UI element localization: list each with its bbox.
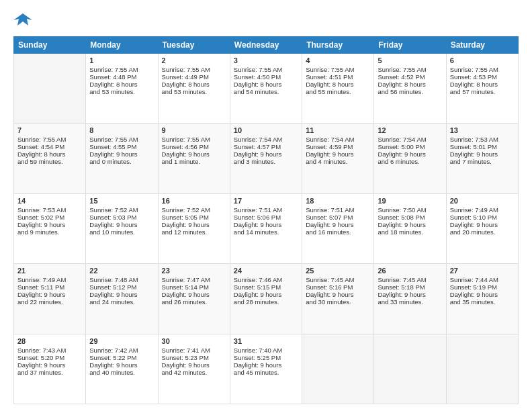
day-info: Sunrise: 7:53 AM <box>450 136 515 143</box>
day-info: Sunset: 5:20 PM <box>17 354 82 361</box>
day-info: Daylight: 8 hours <box>89 81 154 88</box>
day-info: Sunrise: 7:55 AM <box>17 136 82 143</box>
day-info: Daylight: 9 hours <box>234 361 298 369</box>
day-info: Sunset: 5:05 PM <box>162 214 226 221</box>
day-info: Sunrise: 7:55 AM <box>306 66 370 73</box>
day-number: 15 <box>89 197 154 205</box>
day-info: Sunset: 5:07 PM <box>306 214 370 221</box>
day-info: Daylight: 9 hours <box>17 361 82 369</box>
day-info: Daylight: 8 hours <box>162 81 226 88</box>
day-info: and 7 minutes. <box>450 158 515 165</box>
day-info: Sunset: 4:55 PM <box>89 143 154 150</box>
day-info: and 3 minutes. <box>234 158 298 165</box>
day-info: Daylight: 9 hours <box>162 291 226 298</box>
day-info: Sunrise: 7:51 AM <box>306 206 370 214</box>
calendar-cell: 26Sunrise: 7:45 AMSunset: 5:18 PMDayligh… <box>374 264 446 334</box>
calendar-table: SundayMondayTuesdayWednesdayThursdayFrid… <box>13 36 519 404</box>
logo <box>13 11 35 30</box>
calendar-cell: 28Sunrise: 7:43 AMSunset: 5:20 PMDayligh… <box>14 334 86 404</box>
calendar-cell: 17Sunrise: 7:51 AMSunset: 5:06 PMDayligh… <box>230 193 302 263</box>
svg-marker-0 <box>13 13 32 26</box>
calendar-cell: 21Sunrise: 7:49 AMSunset: 5:11 PMDayligh… <box>14 264 86 334</box>
day-info: Daylight: 9 hours <box>306 150 370 158</box>
calendar-cell: 19Sunrise: 7:50 AMSunset: 5:08 PMDayligh… <box>374 193 446 263</box>
day-number: 25 <box>306 267 370 275</box>
calendar-cell: 30Sunrise: 7:41 AMSunset: 5:23 PMDayligh… <box>158 334 230 404</box>
column-header-thursday: Thursday <box>302 37 374 54</box>
day-info: Daylight: 9 hours <box>162 361 226 369</box>
day-info: and 33 minutes. <box>378 298 442 306</box>
day-info: and 40 minutes. <box>89 369 154 376</box>
day-info: Sunset: 5:08 PM <box>378 214 442 221</box>
day-info: Sunrise: 7:44 AM <box>450 276 515 283</box>
day-number: 22 <box>89 267 154 275</box>
calendar-cell: 20Sunrise: 7:49 AMSunset: 5:10 PMDayligh… <box>446 193 518 263</box>
week-row: 14Sunrise: 7:53 AMSunset: 5:02 PMDayligh… <box>14 193 519 263</box>
day-info: Sunset: 5:11 PM <box>17 283 82 291</box>
day-info: Sunrise: 7:45 AM <box>378 276 442 283</box>
calendar-cell: 23Sunrise: 7:47 AMSunset: 5:14 PMDayligh… <box>158 264 230 334</box>
day-info: Sunset: 5:10 PM <box>450 214 515 221</box>
calendar-cell: 24Sunrise: 7:46 AMSunset: 5:15 PMDayligh… <box>230 264 302 334</box>
calendar-cell: 31Sunrise: 7:40 AMSunset: 5:25 PMDayligh… <box>230 334 302 404</box>
day-info: Sunrise: 7:54 AM <box>234 136 298 143</box>
day-info: Sunrise: 7:47 AM <box>162 276 226 283</box>
day-info: Sunset: 5:22 PM <box>89 354 154 361</box>
day-info: Sunset: 5:12 PM <box>89 283 154 291</box>
day-info: Sunset: 5:25 PM <box>234 354 298 361</box>
day-info: Sunset: 5:19 PM <box>450 283 515 291</box>
day-info: and 53 minutes. <box>162 88 226 95</box>
day-info: and 18 minutes. <box>378 228 442 236</box>
day-info: Daylight: 9 hours <box>89 221 154 228</box>
day-info: Sunset: 4:54 PM <box>17 143 82 150</box>
day-number: 7 <box>17 126 82 134</box>
day-info: Sunrise: 7:54 AM <box>306 136 370 143</box>
calendar-cell: 4Sunrise: 7:55 AMSunset: 4:51 PMDaylight… <box>302 54 374 124</box>
day-info: Daylight: 9 hours <box>162 221 226 228</box>
day-info: Daylight: 9 hours <box>17 291 82 298</box>
day-info: and 56 minutes. <box>378 88 442 95</box>
day-info: and 16 minutes. <box>306 228 370 236</box>
logo-icon <box>13 11 32 30</box>
day-info: and 12 minutes. <box>162 228 226 236</box>
day-info: Sunrise: 7:49 AM <box>450 206 515 214</box>
day-info: Sunrise: 7:46 AM <box>234 276 298 283</box>
column-header-tuesday: Tuesday <box>158 37 230 54</box>
day-info: Sunrise: 7:42 AM <box>89 347 154 354</box>
day-info: Sunrise: 7:48 AM <box>89 276 154 283</box>
day-info: Sunrise: 7:55 AM <box>89 136 154 143</box>
calendar-cell: 22Sunrise: 7:48 AMSunset: 5:12 PMDayligh… <box>86 264 158 334</box>
day-info: Sunset: 4:57 PM <box>234 143 298 150</box>
day-number: 28 <box>17 337 82 345</box>
day-number: 1 <box>89 56 154 64</box>
day-number: 4 <box>306 56 370 64</box>
day-number: 21 <box>17 267 82 275</box>
day-info: Daylight: 8 hours <box>234 81 298 88</box>
day-number: 19 <box>378 197 442 205</box>
calendar-cell: 5Sunrise: 7:55 AMSunset: 4:52 PMDaylight… <box>374 54 446 124</box>
day-info: Daylight: 9 hours <box>17 221 82 228</box>
day-info: and 30 minutes. <box>306 298 370 306</box>
day-number: 29 <box>89 337 154 345</box>
day-number: 17 <box>234 197 298 205</box>
day-info: Sunrise: 7:55 AM <box>89 66 154 73</box>
page: SundayMondayTuesdayWednesdayThursdayFrid… <box>0 0 532 411</box>
day-info: and 54 minutes. <box>234 88 298 95</box>
column-header-sunday: Sunday <box>14 37 86 54</box>
day-info: and 20 minutes. <box>450 228 515 236</box>
calendar-cell: 10Sunrise: 7:54 AMSunset: 4:57 PMDayligh… <box>230 124 302 193</box>
column-header-saturday: Saturday <box>446 37 518 54</box>
column-header-friday: Friday <box>374 37 446 54</box>
calendar-cell: 8Sunrise: 7:55 AMSunset: 4:55 PMDaylight… <box>86 124 158 193</box>
day-info: Daylight: 8 hours <box>378 81 442 88</box>
column-headers: SundayMondayTuesdayWednesdayThursdayFrid… <box>14 37 519 54</box>
day-number: 23 <box>162 267 226 275</box>
day-info: and 26 minutes. <box>162 298 226 306</box>
day-info: and 59 minutes. <box>17 158 82 165</box>
week-row: 28Sunrise: 7:43 AMSunset: 5:20 PMDayligh… <box>14 334 519 404</box>
day-info: and 22 minutes. <box>17 298 82 306</box>
day-info: Sunrise: 7:52 AM <box>162 206 226 214</box>
day-info: Daylight: 9 hours <box>450 150 515 158</box>
day-number: 18 <box>306 197 370 205</box>
day-info: Daylight: 9 hours <box>162 150 226 158</box>
